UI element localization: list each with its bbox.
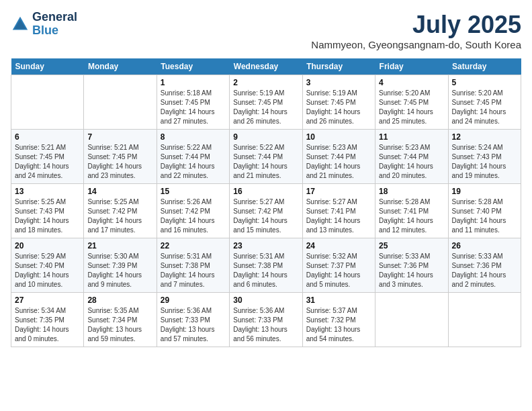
day-number: 10 [306,132,371,142]
cell-detail: Sunrise: 5:22 AMSunset: 7:44 PMDaylight:… [161,143,226,181]
calendar-cell: 18Sunrise: 5:28 AMSunset: 7:41 PMDayligh… [375,184,448,238]
calendar-cell: 2Sunrise: 5:19 AMSunset: 7:45 PMDaylight… [230,75,302,130]
calendar-cell: 23Sunrise: 5:31 AMSunset: 7:38 PMDayligh… [230,238,302,293]
calendar-cell: 28Sunrise: 5:35 AMSunset: 7:34 PMDayligh… [84,293,157,347]
cell-detail: Sunrise: 5:33 AMSunset: 7:36 PMDaylight:… [379,252,444,289]
cell-detail: Sunrise: 5:20 AMSunset: 7:45 PMDaylight:… [452,89,517,126]
logo-text: General Blue [32,11,77,38]
cell-detail: Sunrise: 5:27 AMSunset: 7:42 PMDaylight:… [233,197,298,235]
day-number: 25 [379,241,444,250]
calendar-header-row: SundayMondayTuesdayWednesdayThursdayFrid… [11,58,521,75]
cell-detail: Sunrise: 5:18 AMSunset: 7:45 PMDaylight:… [161,89,226,126]
calendar-cell: 3Sunrise: 5:19 AMSunset: 7:45 PMDaylight… [302,75,375,130]
day-header-friday: Friday [375,58,448,75]
cell-detail: Sunrise: 5:25 AMSunset: 7:42 PMDaylight:… [87,197,152,235]
day-number: 2 [233,78,298,87]
day-number: 6 [15,132,80,142]
logo-general-text: General [32,11,77,24]
calendar-cell: 5Sunrise: 5:20 AMSunset: 7:45 PMDaylight… [448,75,521,130]
day-header-saturday: Saturday [448,58,521,75]
day-header-tuesday: Tuesday [157,58,229,75]
cell-detail: Sunrise: 5:35 AMSunset: 7:34 PMDaylight:… [87,306,152,344]
calendar-cell: 7Sunrise: 5:21 AMSunset: 7:45 PMDaylight… [84,130,157,184]
calendar-cell: 17Sunrise: 5:27 AMSunset: 7:41 PMDayligh… [302,184,375,238]
cell-detail: Sunrise: 5:19 AMSunset: 7:45 PMDaylight:… [233,89,298,126]
cell-detail: Sunrise: 5:28 AMSunset: 7:41 PMDaylight:… [379,197,444,235]
cell-detail: Sunrise: 5:30 AMSunset: 7:39 PMDaylight:… [87,252,152,289]
cell-detail: Sunrise: 5:19 AMSunset: 7:45 PMDaylight:… [306,89,371,126]
calendar-cell: 19Sunrise: 5:28 AMSunset: 7:40 PMDayligh… [448,184,521,238]
day-number: 8 [161,132,226,142]
cell-detail: Sunrise: 5:32 AMSunset: 7:37 PMDaylight:… [306,252,371,289]
calendar-cell: 10Sunrise: 5:23 AMSunset: 7:44 PMDayligh… [302,130,375,184]
cell-detail: Sunrise: 5:34 AMSunset: 7:35 PMDaylight:… [15,306,80,344]
week-row-4: 20Sunrise: 5:29 AMSunset: 7:40 PMDayligh… [11,238,521,293]
calendar-cell: 6Sunrise: 5:21 AMSunset: 7:45 PMDaylight… [11,130,84,184]
calendar-cell: 22Sunrise: 5:31 AMSunset: 7:38 PMDayligh… [157,238,229,293]
day-header-wednesday: Wednesday [230,58,302,75]
cell-detail: Sunrise: 5:36 AMSunset: 7:33 PMDaylight:… [161,306,226,344]
day-number: 23 [233,241,298,250]
cell-detail: Sunrise: 5:27 AMSunset: 7:41 PMDaylight:… [306,197,371,235]
cell-detail: Sunrise: 5:21 AMSunset: 7:45 PMDaylight:… [87,143,152,181]
day-number: 22 [161,241,226,250]
calendar-cell: 14Sunrise: 5:25 AMSunset: 7:42 PMDayligh… [84,184,157,238]
calendar-cell [375,293,448,347]
cell-detail: Sunrise: 5:36 AMSunset: 7:33 PMDaylight:… [233,306,298,344]
day-number: 19 [452,187,517,196]
day-number: 17 [306,187,371,196]
day-number: 5 [452,78,517,87]
title-area: July 2025 Nammyeon, Gyeongsangnam-do, So… [311,11,521,56]
calendar-cell [84,75,157,130]
day-number: 29 [161,295,226,305]
day-header-thursday: Thursday [302,58,375,75]
calendar-cell: 12Sunrise: 5:24 AMSunset: 7:43 PMDayligh… [448,130,521,184]
calendar-cell: 29Sunrise: 5:36 AMSunset: 7:33 PMDayligh… [157,293,229,347]
calendar-cell: 25Sunrise: 5:33 AMSunset: 7:36 PMDayligh… [375,238,448,293]
day-number: 14 [87,187,152,196]
calendar-cell [448,293,521,347]
day-number: 12 [452,132,517,142]
day-header-sunday: Sunday [11,58,84,75]
day-number: 9 [233,132,298,142]
day-number: 21 [87,241,152,250]
cell-detail: Sunrise: 5:37 AMSunset: 7:32 PMDaylight:… [306,306,371,344]
logo-icon [11,15,30,34]
day-number: 15 [161,187,226,196]
day-number: 24 [306,241,371,250]
week-row-3: 13Sunrise: 5:25 AMSunset: 7:43 PMDayligh… [11,184,521,238]
calendar-cell: 16Sunrise: 5:27 AMSunset: 7:42 PMDayligh… [230,184,302,238]
calendar-cell: 30Sunrise: 5:36 AMSunset: 7:33 PMDayligh… [230,293,302,347]
calendar-cell: 13Sunrise: 5:25 AMSunset: 7:43 PMDayligh… [11,184,84,238]
cell-detail: Sunrise: 5:33 AMSunset: 7:36 PMDaylight:… [452,252,517,289]
day-number: 31 [306,295,371,305]
calendar-cell: 15Sunrise: 5:26 AMSunset: 7:42 PMDayligh… [157,184,229,238]
day-number: 13 [15,187,80,196]
header: General Blue July 2025 Nammyeon, Gyeongs… [11,11,521,56]
day-header-monday: Monday [84,58,157,75]
week-row-1: 1Sunrise: 5:18 AMSunset: 7:45 PMDaylight… [11,75,521,130]
day-number: 20 [15,241,80,250]
week-row-2: 6Sunrise: 5:21 AMSunset: 7:45 PMDaylight… [11,130,521,184]
cell-detail: Sunrise: 5:23 AMSunset: 7:44 PMDaylight:… [306,143,371,181]
day-number: 7 [87,132,152,142]
calendar-cell: 9Sunrise: 5:22 AMSunset: 7:44 PMDaylight… [230,130,302,184]
month-title: July 2025 [311,11,521,39]
day-number: 1 [161,78,226,87]
calendar-cell: 21Sunrise: 5:30 AMSunset: 7:39 PMDayligh… [84,238,157,293]
calendar-cell: 1Sunrise: 5:18 AMSunset: 7:45 PMDaylight… [157,75,229,130]
calendar-cell: 8Sunrise: 5:22 AMSunset: 7:44 PMDaylight… [157,130,229,184]
logo-blue-text: Blue [32,24,77,38]
calendar-cell: 24Sunrise: 5:32 AMSunset: 7:37 PMDayligh… [302,238,375,293]
calendar-cell: 20Sunrise: 5:29 AMSunset: 7:40 PMDayligh… [11,238,84,293]
day-number: 28 [87,295,152,305]
logo: General Blue [11,11,77,38]
week-row-5: 27Sunrise: 5:34 AMSunset: 7:35 PMDayligh… [11,293,521,347]
day-number: 26 [452,241,517,250]
day-number: 30 [233,295,298,305]
day-number: 18 [379,187,444,196]
cell-detail: Sunrise: 5:25 AMSunset: 7:43 PMDaylight:… [15,197,80,235]
cell-detail: Sunrise: 5:31 AMSunset: 7:38 PMDaylight:… [161,252,226,289]
subtitle: Nammyeon, Gyeongsangnam-do, South Korea [311,39,521,50]
cell-detail: Sunrise: 5:31 AMSunset: 7:38 PMDaylight:… [233,252,298,289]
